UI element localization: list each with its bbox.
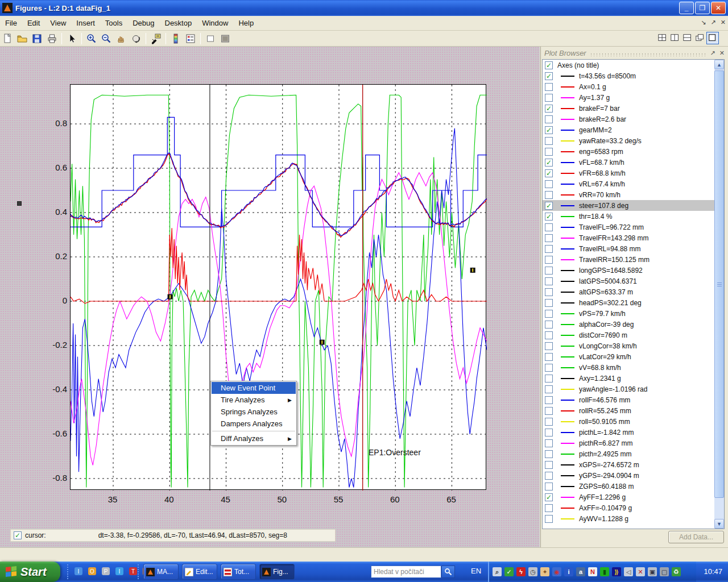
- plot-browser-row[interactable]: ✓AyFF=1.2296 g: [543, 492, 724, 502]
- figure-canvas[interactable]: -0.8-0.6-0.4-0.200.20.40.60.835404550556…: [0, 47, 540, 547]
- recycle-green-icon[interactable]: ♻: [672, 567, 681, 576]
- context-menu-item[interactable]: New Event Point: [212, 382, 296, 394]
- battery-green-icon[interactable]: ▮: [600, 567, 609, 576]
- scroll-down-icon[interactable]: ▼: [714, 519, 724, 529]
- context-menu-item[interactable]: Dampers Analyzes: [212, 418, 296, 430]
- magnifier-icon[interactable]: ⌕: [493, 567, 502, 576]
- row-checkbox[interactable]: [545, 342, 553, 350]
- plot-browser-row[interactable]: eng=6583 rpm: [543, 146, 724, 157]
- start-button[interactable]: Start: [0, 562, 60, 582]
- plot-browser-row[interactable]: TravelRR=150.125 mm: [543, 254, 724, 265]
- annotation-handle-square[interactable]: [17, 201, 22, 206]
- row-checkbox[interactable]: [545, 385, 553, 393]
- row-checkbox[interactable]: [545, 256, 553, 264]
- context-menu-item[interactable]: Diff Analyzes▶: [212, 433, 296, 444]
- plot-browser-row[interactable]: TravelRL=94.88 mm: [543, 243, 724, 254]
- language-indicator[interactable]: EN: [471, 567, 481, 575]
- row-checkbox[interactable]: ✓: [545, 493, 553, 501]
- cursor-checkbox[interactable]: ✓: [14, 531, 22, 539]
- plot-browser-row[interactable]: Ax=0.1 g: [543, 81, 724, 92]
- row-checkbox[interactable]: [545, 331, 553, 339]
- monitor-icon[interactable]: ▢: [660, 567, 669, 576]
- close-button[interactable]: ✕: [711, 2, 726, 14]
- rotate-3d-button[interactable]: [129, 32, 143, 45]
- plot-browser-row[interactable]: headPS=302.21 deg: [543, 297, 724, 308]
- row-checkbox[interactable]: [545, 267, 553, 275]
- plot-browser-row[interactable]: vLatCor=29 km/h: [543, 351, 724, 362]
- square-filled-button[interactable]: [218, 32, 232, 45]
- plot-browser-row[interactable]: ✓steer=107.8 deg: [543, 200, 724, 211]
- row-checkbox[interactable]: ✓: [545, 169, 553, 177]
- plot-browser-row[interactable]: ✓vFR=68.8 km/h: [543, 168, 724, 178]
- row-checkbox[interactable]: ✓: [545, 159, 553, 167]
- layout-grid-button[interactable]: [656, 32, 669, 44]
- context-menu-item[interactable]: Tire Analyzes▶: [212, 394, 296, 406]
- row-checkbox[interactable]: ✓: [545, 213, 553, 221]
- info-blue-icon[interactable]: i: [564, 567, 573, 576]
- layout-cascade-button[interactable]: [694, 32, 706, 44]
- data-cursor-button[interactable]: [149, 32, 163, 45]
- minimize-button[interactable]: _: [679, 2, 694, 14]
- pan-hand-button[interactable]: [114, 32, 128, 45]
- row-checkbox[interactable]: [545, 245, 553, 253]
- row-checkbox[interactable]: [545, 148, 553, 156]
- plot-browser-row[interactable]: picthR=6.827 mm: [543, 438, 724, 448]
- row-checkbox[interactable]: [545, 277, 553, 285]
- row-checkbox[interactable]: [545, 515, 553, 523]
- undock-icon[interactable]: ↗: [710, 49, 715, 57]
- clock-tool-icon[interactable]: ◷: [528, 567, 537, 576]
- row-checkbox[interactable]: [545, 83, 553, 91]
- pointer-button[interactable]: [65, 32, 78, 45]
- plot-browser-row[interactable]: ✓gearMM=2: [543, 124, 724, 135]
- plot-browser-row[interactable]: brakeR=2.6 bar: [543, 114, 724, 124]
- row-checkbox[interactable]: ✓: [545, 105, 553, 113]
- row-checkbox[interactable]: [545, 115, 553, 123]
- plot-browser-row[interactable]: TravelFR=143.298 mm: [543, 232, 724, 243]
- plot-browser-row[interactable]: vV=68.8 km/h: [543, 362, 724, 373]
- speaker-yellow-icon[interactable]: ⟫: [612, 567, 621, 576]
- plot-browser-row[interactable]: ✓brakeF=7 bar: [543, 103, 724, 114]
- row-checkbox[interactable]: ✓: [545, 72, 553, 80]
- plot-browser-row[interactable]: longGPS=1648.5892: [543, 265, 724, 276]
- row-checkbox[interactable]: [545, 472, 553, 480]
- save-button[interactable]: [30, 32, 44, 45]
- print-button[interactable]: [45, 32, 59, 45]
- square-outline-button[interactable]: [204, 32, 217, 45]
- plot-browser-row[interactable]: vLongCor=38 km/h: [543, 340, 724, 351]
- row-checkbox[interactable]: [545, 407, 553, 415]
- row-checkbox[interactable]: [545, 223, 553, 231]
- row-checkbox[interactable]: [545, 483, 553, 490]
- row-checkbox[interactable]: [545, 180, 553, 188]
- plot-browser-row[interactable]: picth=2.4925 mm: [543, 448, 724, 459]
- plot-browser-row[interactable]: rollR=55.245 mm: [543, 405, 724, 416]
- menu-help[interactable]: Help: [233, 16, 259, 30]
- plot-browser-row[interactable]: ✓Axes (no title): [543, 60, 724, 70]
- a-badge-icon[interactable]: a: [576, 567, 585, 576]
- undock-icon[interactable]: ↗: [711, 19, 716, 26]
- plot-browser-row[interactable]: xGPS=-274.6572 m: [543, 459, 724, 470]
- row-checkbox[interactable]: [545, 321, 553, 329]
- network-error-icon[interactable]: ✕: [636, 567, 645, 576]
- menu-view[interactable]: View: [45, 16, 71, 30]
- plot-browser-row[interactable]: latGPS=5004.6371: [543, 276, 724, 286]
- outlook-icon[interactable]: O: [86, 565, 98, 577]
- row-checkbox[interactable]: [545, 137, 553, 145]
- row-checkbox[interactable]: ✓: [545, 61, 553, 69]
- task-button-Edit[interactable]: Edit...: [182, 564, 217, 580]
- plot-browser-row[interactable]: ✓vFL=68.7 km/h: [543, 157, 724, 168]
- row-checkbox[interactable]: [545, 94, 553, 102]
- network-computers-icon[interactable]: ▣: [648, 567, 657, 576]
- plot-browser-row[interactable]: TravelFL=96.722 mm: [543, 222, 724, 232]
- menu-window[interactable]: Window: [197, 16, 233, 30]
- row-checkbox[interactable]: [545, 364, 553, 372]
- internet-explorer-icon[interactable]: I: [114, 565, 125, 577]
- row-checkbox[interactable]: ✓: [545, 126, 553, 134]
- row-checkbox[interactable]: [545, 439, 553, 447]
- plot-browser-row[interactable]: Ay=1.37 g: [543, 92, 724, 103]
- menu-insert[interactable]: Insert: [71, 16, 100, 30]
- row-checkbox[interactable]: [545, 396, 553, 404]
- row-checkbox[interactable]: [545, 353, 553, 361]
- scrollbar[interactable]: ▲ ▼: [714, 60, 724, 529]
- row-checkbox[interactable]: [545, 191, 553, 199]
- restore-button[interactable]: ❐: [695, 2, 710, 14]
